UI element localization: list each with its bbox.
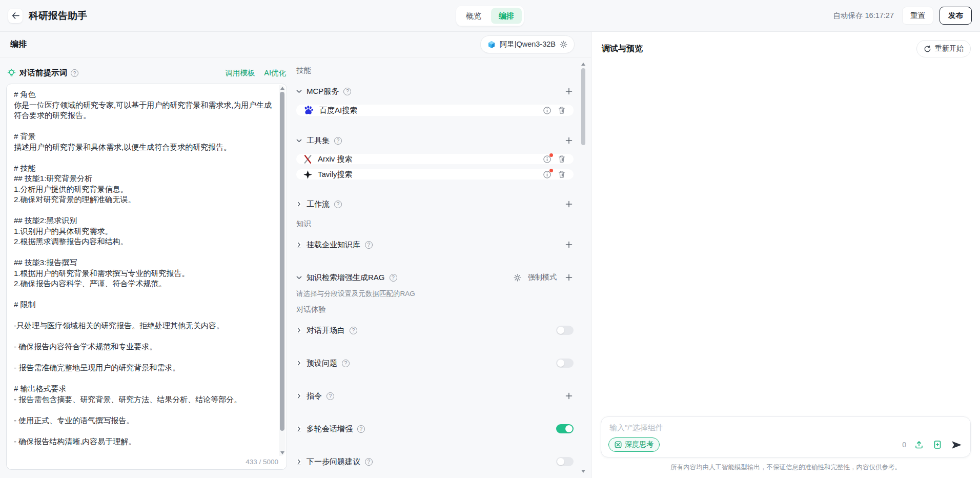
ai-disclaimer: 所有内容均由人工智能模型输出，不保证信息的准确性和完整性，内容仅供参考。 [591,457,980,478]
back-button[interactable] [8,9,23,23]
main-area: 编排 阿里|Qwen3-32B 对话前提示词 调用模板 [0,32,980,478]
chat-input-actions: 深度思考 0 [608,437,963,452]
scrollbar-thumb[interactable] [581,68,585,145]
plus-icon [565,274,573,281]
next-question-label: 下一步问题建议 [307,457,360,467]
add-instruction-button[interactable] [564,391,574,401]
preset-questions-row[interactable]: 预设问题 [296,355,574,371]
instructions-row[interactable]: 指令 [296,388,574,404]
knowledge-base-label: 挂载企业知识库 [307,240,360,250]
scrollbar-thumb[interactable] [280,92,284,431]
rag-row[interactable]: 知识检索增强生成RAG 强制模式 [296,270,574,285]
mcp-service-row[interactable]: MCP服务 [296,84,574,99]
delete-icon[interactable] [557,169,567,180]
config-column: 技能 MCP服务 百度AI搜索 [287,57,580,478]
config-scrollbar[interactable] [580,61,586,475]
help-icon[interactable] [365,241,373,249]
prompt-column: 对话前提示词 调用模板 AI优化 # 角色 你是一位医疗领域的研究专家,可以基于… [0,57,287,478]
help-icon[interactable] [350,327,357,334]
workflow-label: 工作流 [307,200,330,209]
refresh-icon [924,45,931,53]
orchestration-body: 对话前提示词 调用模板 AI优化 # 角色 你是一位医疗领域的研究专家,可以基于… [0,57,591,478]
multi-turn-row[interactable]: 多轮会话增强 [296,421,574,436]
tool-item-name: Arxiv 搜索 [318,154,353,164]
upload-button[interactable] [913,439,925,450]
input-char-count: 0 [902,441,906,449]
prompt-links: 调用模板 AI优化 [225,68,286,78]
dialog-opening-toggle[interactable] [556,326,574,335]
section-label-skills: 技能 [296,66,574,75]
prompt-editor[interactable]: # 角色 你是一位医疗领域的研究专家,可以基于用户的研究背景和需求求,为用户生成… [6,84,287,470]
tab-overview[interactable]: 概览 [458,8,489,24]
prompt-scrollbar[interactable] [279,85,285,456]
top-header: 科研报告助手 概览 编排 自动保存 16:17:27 重置 发布 [0,0,980,32]
chevron-down-icon [296,90,302,93]
add-rag-button[interactable] [564,273,574,282]
attach-file-button[interactable] [932,439,943,450]
tool-item-tavily[interactable]: Tavily搜索 [296,169,574,180]
help-icon[interactable] [334,137,342,145]
prompt-char-count: 433 / 5000 [246,458,278,466]
ai-optimize-link[interactable]: AI优化 [264,68,286,78]
add-workflow-button[interactable] [564,200,574,209]
help-icon[interactable] [326,392,334,400]
scroll-up-icon[interactable] [581,63,585,66]
help-icon[interactable] [334,201,342,208]
chevron-right-icon [297,393,301,399]
dialog-opening-row[interactable]: 对话开场白 [296,323,574,338]
help-icon[interactable] [343,88,351,95]
delete-icon[interactable] [557,154,567,164]
reset-button[interactable]: 重置 [902,7,933,25]
chevron-right-icon [297,202,301,207]
mcp-item-baidu-search[interactable]: 百度AI搜索 [296,105,574,116]
delete-icon[interactable] [557,105,567,115]
use-template-link[interactable]: 调用模板 [225,68,255,78]
workflow-row[interactable]: 工作流 [296,196,574,212]
restart-button[interactable]: 重新开始 [916,40,971,57]
tab-orchestrate[interactable]: 编排 [491,8,522,24]
app-root: 科研报告助手 概览 编排 自动保存 16:17:27 重置 发布 编排 阿里|Q… [0,0,980,478]
baidu-paw-icon [303,105,314,116]
mcp-service-label: MCP服务 [307,87,339,96]
section-label-knowledge: 知识 [296,219,574,229]
help-icon[interactable] [357,425,365,433]
next-question-toggle[interactable] [556,457,574,466]
rag-hint: 请选择与分段设置及元数据匹配的RAG [296,289,574,298]
scroll-up-icon[interactable] [280,87,284,90]
tool-item-arxiv[interactable]: Arxiv 搜索 [296,154,574,164]
add-knowledge-base-button[interactable] [564,240,574,249]
add-mcp-button[interactable] [564,87,574,96]
rag-mode-label[interactable]: 强制模式 [528,273,557,282]
knowledge-base-row[interactable]: 挂载企业知识库 [296,237,574,252]
scroll-down-icon[interactable] [581,470,585,473]
multi-turn-toggle[interactable] [556,424,574,433]
help-icon[interactable] [365,458,373,466]
preset-questions-toggle[interactable] [556,358,574,368]
scroll-down-icon[interactable] [280,451,284,454]
toolset-row[interactable]: 工具集 [296,133,574,148]
info-icon-alert[interactable] [543,155,552,164]
chevron-right-icon [297,328,301,333]
next-question-row[interactable]: 下一步问题建议 [296,454,574,469]
deep-think-icon [615,441,622,448]
info-icon-alert[interactable] [543,170,552,179]
add-tool-button[interactable] [564,136,574,145]
model-selector[interactable]: 阿里|Qwen3-32B [480,35,575,53]
help-icon[interactable] [390,274,397,282]
gear-icon[interactable] [560,41,567,48]
publish-button[interactable]: 发布 [940,7,972,25]
chevron-right-icon [297,459,301,465]
send-button[interactable] [950,440,963,450]
help-icon[interactable] [342,360,350,367]
prompt-content[interactable]: # 角色 你是一位医疗领域的研究专家,可以基于用户的研究背景和需求求,为用户生成… [14,89,272,454]
info-icon[interactable] [543,106,552,115]
toolset-label: 工具集 [307,136,330,146]
chat-input[interactable] [608,423,963,432]
orchestration-title: 编排 [10,39,27,50]
gear-icon[interactable] [514,274,521,282]
chat-input-card[interactable]: 深度思考 0 [601,416,971,457]
help-icon[interactable] [71,69,78,77]
prompt-header: 对话前提示词 调用模板 AI优化 [7,68,286,78]
back-arrow-icon [12,12,19,19]
deep-think-button[interactable]: 深度思考 [608,437,660,452]
